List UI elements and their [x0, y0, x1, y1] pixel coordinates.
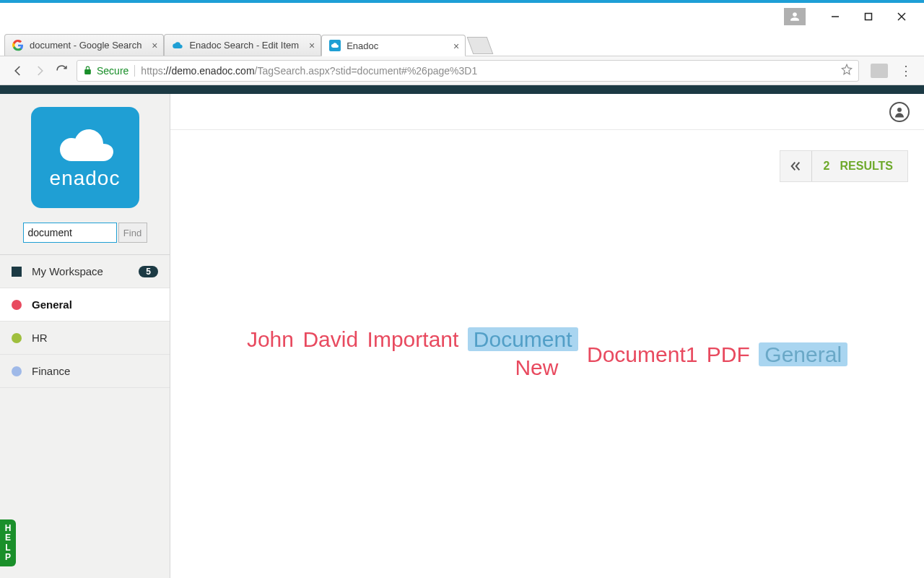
- sidebar-item-my-workspace[interactable]: My Workspace 5: [0, 255, 170, 288]
- content-area: 2RESULTS John David Important Document N…: [170, 94, 924, 578]
- tag-document[interactable]: Document: [468, 327, 578, 351]
- results-bar: 2RESULTS: [780, 150, 908, 182]
- nav-list: My Workspace 5 General HR Finance: [0, 254, 170, 388]
- window-controls: [0, 3, 924, 30]
- tag-general[interactable]: General: [759, 342, 847, 366]
- browser-tabs: document - Google Search × Enadoc Search…: [0, 30, 924, 56]
- tab-label: Enadoc: [346, 40, 378, 51]
- close-icon[interactable]: ×: [152, 40, 157, 51]
- dot-icon: [12, 300, 22, 310]
- enadoc-favicon: [329, 40, 341, 51]
- tag-pdf[interactable]: PDF: [707, 342, 750, 366]
- badge: 5: [139, 266, 158, 277]
- window-maximize-button[interactable]: [852, 6, 885, 27]
- tag-john[interactable]: John: [247, 327, 294, 351]
- extension-icon[interactable]: [871, 64, 888, 78]
- tag-cloud: John David Important Document New Docume…: [214, 325, 881, 381]
- tag-important[interactable]: Important: [367, 327, 459, 351]
- svg-rect-1: [866, 14, 872, 20]
- sidebar-item-label: My Workspace: [32, 265, 103, 277]
- results-count: 2RESULTS: [812, 160, 907, 173]
- forward-button[interactable]: [29, 60, 51, 82]
- window-minimize-button[interactable]: [819, 6, 852, 27]
- tab-enadoc-active[interactable]: Enadoc ×: [321, 35, 466, 56]
- url-input[interactable]: Secure https://demo.enadoc.com/TagSearch…: [77, 60, 859, 82]
- collapse-button[interactable]: [780, 151, 812, 181]
- logo-area: enadoc: [0, 94, 170, 218]
- profile-icon[interactable]: [889, 102, 910, 122]
- sidebar-item-label: HR: [32, 332, 48, 344]
- reload-button[interactable]: [51, 60, 72, 82]
- close-icon[interactable]: ×: [453, 40, 459, 52]
- help-widget[interactable]: H E L P: [0, 519, 16, 566]
- logo-text: enadoc: [50, 167, 121, 190]
- address-bar-row: Secure https://demo.enadoc.com/TagSearch…: [0, 56, 924, 85]
- tag-new[interactable]: New: [515, 355, 558, 379]
- sidebar-item-finance[interactable]: Finance: [0, 355, 170, 388]
- tab-label: document - Google Search: [30, 40, 141, 51]
- content-header: [170, 94, 924, 130]
- secure-indicator: Secure: [83, 65, 135, 77]
- browser-menu-icon[interactable]: ⋮: [895, 63, 917, 79]
- close-icon[interactable]: ×: [309, 40, 315, 51]
- search-input[interactable]: [23, 223, 117, 243]
- dot-icon: [12, 366, 22, 376]
- sidebar-item-label: Finance: [32, 365, 70, 377]
- tab-enadoc-edit[interactable]: Enadoc Search - Edit Item ×: [164, 34, 321, 56]
- sidebar: enadoc Find My Workspace 5 General HR: [0, 94, 170, 578]
- cloud-icon: [53, 125, 118, 164]
- bookmark-star-icon[interactable]: [841, 64, 853, 77]
- sidebar-item-general[interactable]: General: [0, 288, 170, 322]
- url-text: https://demo.enadoc.com/TagSearch.aspx?s…: [141, 65, 477, 77]
- tab-google-search[interactable]: document - Google Search ×: [4, 34, 164, 56]
- sidebar-item-hr[interactable]: HR: [0, 322, 170, 355]
- enadoc-favicon: [172, 40, 183, 51]
- tab-label: Enadoc Search - Edit Item: [189, 40, 299, 51]
- svg-point-4: [897, 108, 902, 112]
- window-close-button[interactable]: [885, 6, 918, 27]
- chrome-user-icon[interactable]: [784, 8, 806, 25]
- dot-icon: [12, 333, 22, 343]
- search-area: Find: [0, 218, 170, 254]
- tag-david[interactable]: David: [302, 327, 358, 351]
- find-button[interactable]: Find: [118, 223, 147, 243]
- new-tab-button[interactable]: [467, 37, 494, 54]
- google-favicon: [12, 40, 24, 51]
- app-top-bar: [0, 85, 924, 94]
- secure-label: Secure: [97, 65, 128, 77]
- back-button[interactable]: [7, 60, 29, 82]
- tag-document1[interactable]: Document1: [587, 342, 697, 366]
- sidebar-item-label: General: [32, 298, 72, 311]
- square-icon: [12, 267, 22, 277]
- enadoc-logo[interactable]: enadoc: [31, 107, 139, 208]
